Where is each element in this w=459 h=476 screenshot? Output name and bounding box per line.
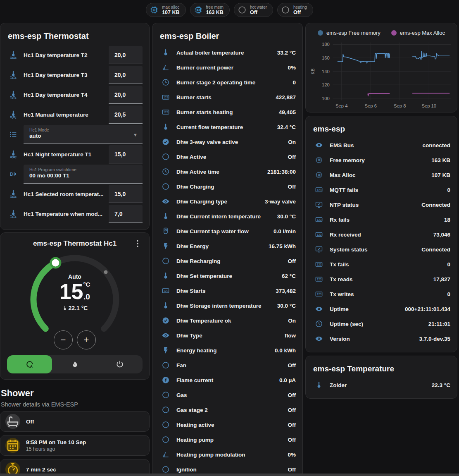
thermometer-icon	[315, 381, 323, 389]
temp-decrease-button[interactable]: −	[54, 330, 73, 349]
memory-chip-icon	[315, 171, 323, 179]
dial-knob[interactable]	[51, 258, 60, 268]
sensor-row[interactable]: Dhw Active Off	[159, 149, 296, 164]
eye-icon	[315, 305, 323, 313]
svg-text:123: 123	[164, 111, 169, 114]
sensor-row[interactable]: 123 Tx reads 17,827	[312, 272, 450, 287]
setting-row[interactable]: Hc1 Mode auto ▼	[7, 124, 143, 144]
kebab-menu-icon[interactable]	[133, 239, 143, 249]
bathtub-icon	[5, 414, 20, 429]
sensor-label: Dhw 3-way valve active	[176, 139, 285, 145]
number-input[interactable]: 20,0	[109, 66, 143, 84]
sensor-row[interactable]: Uptime (sec) 21:11:01	[312, 316, 450, 331]
sensor-row[interactable]: 123 Burner starts heating 49,405	[159, 105, 296, 120]
status-badge[interactable]: free mem 163 KB	[190, 3, 230, 17]
status-badge[interactable]: heating Off	[277, 3, 313, 17]
sensor-row[interactable]: System status Connected	[312, 242, 450, 257]
card-title: ems-esp Thermostat	[7, 29, 143, 45]
sensor-label: Dhw Charging	[176, 184, 285, 190]
setting-row[interactable]: Hc1 Day temperature T4 20,0	[7, 85, 143, 105]
sensor-label: Burner stage 2 operating time	[176, 79, 289, 86]
line-chart[interactable]: 100120140160180Sep 4Sep 6Sep 8Sep 10KB	[309, 37, 453, 110]
hvac-mode-button[interactable]	[52, 355, 97, 373]
bottom-scrollbar[interactable]	[0, 474, 459, 476]
sensor-row[interactable]: Heating active Off	[159, 417, 296, 432]
sensor-row[interactable]: Dhw Energy 16.75 kWh	[159, 239, 296, 254]
sensor-row[interactable]: Dhw Temperature ok On	[159, 313, 296, 328]
number-input[interactable]: 7,0	[109, 205, 143, 223]
thermostat-settings-card: ems-esp Thermostat Hc1 Day temperature T…	[0, 23, 150, 230]
sensor-row[interactable]: Dhw Current intern temperature 30.0 °C	[159, 209, 296, 224]
sensor-row[interactable]: Burner current power 0%	[159, 60, 296, 75]
setting-row[interactable]: Hc1 Day temperature T2 20,0	[7, 45, 143, 65]
sensor-row[interactable]: 123 Tx writes 0	[312, 287, 450, 301]
hvac-mode-button[interactable]	[98, 355, 143, 373]
thermometer-icon	[162, 212, 170, 220]
sensor-row[interactable]: Heating pump modulation 0%	[159, 447, 296, 462]
thermostat-dial[interactable]: Auto 15 °C .0 22.1 °C	[7, 249, 143, 349]
sensor-row[interactable]: Uptime 000+21:11:01.434	[312, 301, 450, 316]
sensor-row[interactable]: 123 Burner starts 422,887	[159, 90, 296, 105]
sensor-row[interactable]: Energy heating 0.0 kWh	[159, 343, 296, 358]
sensor-row[interactable]: 123 Tx fails 0	[312, 257, 450, 272]
setting-row[interactable]: Hc1 Night temperature T1 15,0	[7, 144, 143, 164]
sensor-row[interactable]: Dhw Charging Off	[159, 179, 296, 194]
sensor-label: Tx reads	[330, 276, 430, 282]
sensor-label: Dhw Type	[176, 332, 281, 339]
sensor-row[interactable]: Free memory 163 KB	[312, 153, 450, 167]
number-input[interactable]: 20,0	[109, 86, 143, 104]
sensor-row[interactable]: Dhw Current tap water flow 0.0 l/min	[159, 224, 296, 239]
sensor-row[interactable]: Dhw Active time 2181:38:00	[159, 164, 296, 179]
sensor-row[interactable]: Fan Off	[159, 358, 296, 373]
sensor-row[interactable]: Dhw Charging type 3-way valve	[159, 194, 296, 209]
sensor-row[interactable]: Max Alloc 107 KB	[312, 167, 450, 182]
sensor-row[interactable]: Dhw Type flow	[159, 328, 296, 343]
sensor-row[interactable]: Gas stage 2 Off	[159, 402, 296, 417]
number-input[interactable]: 20,0	[109, 46, 143, 64]
sensor-row[interactable]: Dhw Recharging Off	[159, 254, 296, 268]
setting-row[interactable]: Hc1 Selected room temperat... 15,0	[7, 184, 143, 204]
clock-outline-icon	[162, 78, 170, 86]
water-thermometer-icon	[9, 90, 18, 99]
sensor-row[interactable]: Current flow temperature 32.4 °C	[159, 120, 296, 134]
counter-icon: 123	[162, 108, 170, 116]
sensor-value: 0.0 kWh	[275, 347, 296, 354]
sensor-row[interactable]: NTP status Connected	[312, 197, 450, 212]
sensor-row[interactable]: 123 MQTT fails 0	[312, 182, 450, 197]
setting-row[interactable]: Hc1 Program switchtime 00 mo 00:00 T1	[7, 164, 143, 184]
sensor-label: Dhw Active time	[176, 169, 264, 175]
circle-outline-icon	[162, 391, 170, 399]
status-badge[interactable]: max alloc 107 KB	[146, 3, 186, 17]
card-title: ems-esp Boiler	[159, 29, 296, 45]
legend-item[interactable]: ems-esp Free memory	[318, 30, 381, 36]
sensor-row[interactable]: Flame current 0.0 µA	[159, 373, 296, 387]
sensor-row[interactable]: Version 3.7.0-dev.35	[312, 331, 450, 346]
sensor-row[interactable]: Zolder 22.3 °C	[312, 378, 450, 392]
hvac-mode-button[interactable]: A	[7, 355, 52, 373]
status-badge[interactable]: hot water Off	[234, 3, 273, 17]
setting-row[interactable]: Hc1 Day temperature T3 20,0	[7, 65, 143, 85]
number-input[interactable]: 15,0	[109, 145, 143, 163]
number-input[interactable]: 15,0	[109, 185, 143, 203]
monitor-check-icon	[315, 245, 323, 254]
number-input[interactable]: 20,5	[109, 105, 143, 124]
setting-row[interactable]: Hc1 Temperature when mod... 7,0	[7, 204, 143, 224]
sensor-row[interactable]: 123 Rx fails 18	[312, 212, 450, 227]
sensor-row[interactable]: Gas Off	[159, 387, 296, 402]
mode-select[interactable]: Hc1 Mode auto ▼	[24, 125, 143, 144]
temp-increase-button[interactable]: +	[77, 330, 96, 349]
shower-tile[interactable]: 9:58 PM on Tue 10 Sep 15 hours ago	[0, 435, 150, 456]
sensor-row[interactable]: Dhw Set temperature 62 °C	[159, 268, 296, 283]
sensor-row[interactable]: Heating pump Off	[159, 432, 296, 447]
legend-item[interactable]: ems-esp Max Alloc	[391, 30, 445, 36]
sensor-row[interactable]: Dhw Storage intern temperature 30.0 °C	[159, 298, 296, 313]
setting-row[interactable]: Hc1 Manual temperature 20,5	[7, 105, 143, 124]
sensor-row[interactable]: 123 Rx received 73,046	[312, 227, 450, 242]
sensor-row[interactable]: Actual boiler temperature 33.2 °C	[159, 45, 296, 60]
sensor-row[interactable]: 123 Dhw Starts 373,482	[159, 283, 296, 298]
text-input[interactable]: Hc1 Program switchtime 00 mo 00:00 T1	[24, 165, 143, 184]
shower-tile[interactable]: Off	[0, 411, 150, 432]
sensor-row[interactable]: EMS Bus connected	[312, 138, 450, 153]
sensor-row[interactable]: Burner stage 2 operating time 0	[159, 75, 296, 90]
sensor-row[interactable]: Dhw 3-way valve active On	[159, 134, 296, 149]
